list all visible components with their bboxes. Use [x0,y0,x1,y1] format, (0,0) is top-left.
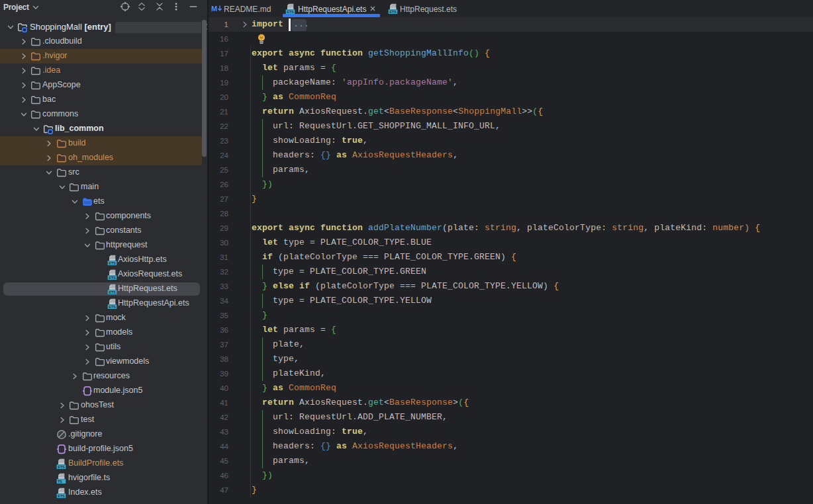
svg-text:ETS: ETS [109,261,116,265]
svg-text:ETS: ETS [109,305,116,309]
svg-text:TS: TS [58,480,62,483]
svg-text:ETS: ETS [58,494,65,498]
svg-text:ETS: ETS [109,290,116,294]
svg-text:ETS: ETS [58,465,65,469]
svg-text:ETS: ETS [109,276,116,280]
